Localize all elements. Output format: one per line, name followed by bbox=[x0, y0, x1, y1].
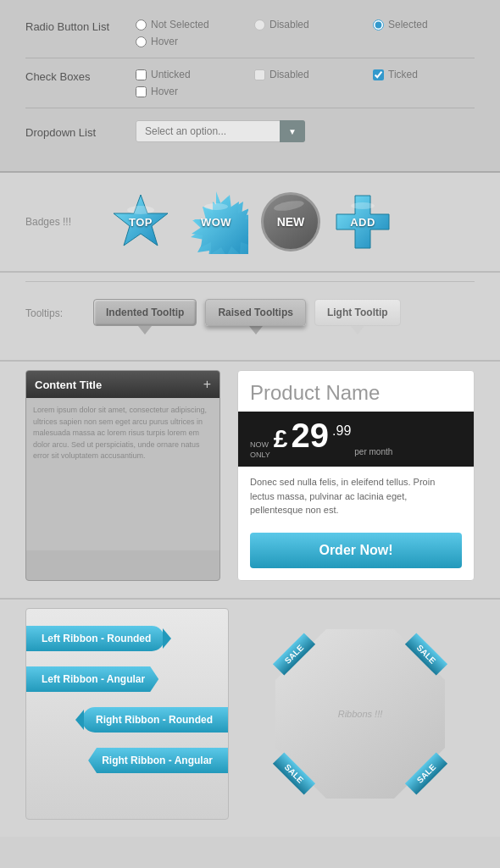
radio-disabled-label: Disabled bbox=[269, 19, 309, 30]
radio-label: Radio Button List bbox=[25, 19, 136, 33]
content-card-body: Lorem ipsum dolor sit amet, consectetur … bbox=[26, 398, 219, 550]
radio-disabled-input bbox=[254, 19, 265, 30]
checkbox-hover[interactable]: Hover bbox=[136, 86, 237, 97]
ribbon-list-panel: Left Ribbon - Rounded Left Ribbon - Angu… bbox=[25, 608, 229, 820]
badge-wow[interactable]: WOW bbox=[184, 190, 248, 254]
checkbox-row: Check Boxes Unticked Disabled Ticked Hov… bbox=[25, 58, 475, 108]
checkbox-hover-label: Hover bbox=[151, 86, 178, 97]
dropdown-wrapper[interactable]: Select an option... ▼ bbox=[136, 120, 305, 142]
ribbon-left-rounded[interactable]: Left Ribbon - Rounded bbox=[26, 626, 164, 651]
price-now-only-text: NOW ONLY bbox=[250, 440, 270, 460]
badge-top[interactable]: TOP bbox=[110, 191, 171, 252]
product-description: Donec sed nulla felis, in eleifend tellu… bbox=[238, 467, 474, 526]
tooltip-raised-box[interactable]: Raised Tooltips bbox=[205, 299, 305, 326]
badge-wow-text: WOW bbox=[184, 190, 248, 254]
radio-not-selected-input[interactable] bbox=[136, 19, 147, 30]
ribbon-badge-panel: Ribbons !!! SALE SALE SALE SALE bbox=[246, 608, 475, 820]
checkbox-controls: Unticked Disabled Ticked Hover bbox=[136, 69, 475, 97]
octagon-text: Ribbons !!! bbox=[338, 709, 383, 719]
tooltip-light-wrap: Light Tooltip bbox=[314, 299, 401, 334]
badge-add-text: ADD bbox=[333, 192, 392, 252]
product-card: Product Name NOW ONLY £ 29 .99 per month… bbox=[237, 370, 475, 581]
tooltip-indented-wrap: Indented Tooltip bbox=[93, 299, 197, 334]
tooltip-indented-box[interactable]: Indented Tooltip bbox=[93, 299, 197, 326]
badge-top-text: TOP bbox=[110, 191, 171, 252]
dropdown-label: Dropdown List bbox=[25, 124, 136, 139]
radio-not-selected-label: Not Selected bbox=[151, 19, 209, 30]
radio-selected-label: Selected bbox=[388, 19, 428, 30]
radio-hover[interactable]: Hover bbox=[136, 36, 237, 47]
price-cents: .99 bbox=[332, 423, 351, 439]
price-amount: 29 bbox=[292, 418, 330, 452]
cards-section: Content Title + Lorem ipsum dolor sit am… bbox=[0, 362, 500, 600]
ribbons-section: Left Ribbon - Rounded Left Ribbon - Angu… bbox=[0, 600, 500, 837]
tooltip-indented-arrow bbox=[138, 326, 152, 334]
tooltips-section: Tooltips: Indented Tooltip Raised Toolti… bbox=[0, 273, 500, 362]
checkbox-label: Check Boxes bbox=[25, 69, 136, 83]
radio-selected-input[interactable] bbox=[373, 19, 384, 30]
badges-section: Badges !!! TOP bbox=[0, 173, 500, 273]
price-now-only-label: NOW ONLY bbox=[250, 440, 270, 460]
radio-not-selected[interactable]: Not Selected bbox=[136, 19, 237, 30]
checkbox-ticked-input[interactable] bbox=[373, 69, 384, 80]
badge-add[interactable]: ADD bbox=[333, 192, 392, 252]
radio-button-row: Radio Button List Not Selected Disabled … bbox=[25, 8, 475, 58]
badge-new-text: NEW bbox=[277, 215, 305, 229]
checkbox-disabled-label: Disabled bbox=[269, 69, 309, 80]
ribbon-left-rounded-item: Left Ribbon - Rounded bbox=[26, 626, 228, 651]
order-now-button[interactable]: Order Now! bbox=[250, 533, 462, 568]
ribbon-right-rounded[interactable]: Right Ribbon - Rounded bbox=[82, 707, 228, 733]
radio-hover-label: Hover bbox=[151, 36, 178, 47]
badges-label: Badges !!! bbox=[25, 216, 93, 228]
checkbox-unticked-label: Unticked bbox=[151, 69, 191, 80]
checkbox-ticked-label: Ticked bbox=[388, 69, 418, 80]
tooltips-label: Tooltips: bbox=[25, 307, 85, 319]
radio-controls: Not Selected Disabled Selected Hover bbox=[136, 19, 475, 47]
price-currency: £ bbox=[274, 424, 288, 453]
badge-new[interactable]: NEW bbox=[261, 192, 320, 252]
form-controls-section: Radio Button List Not Selected Disabled … bbox=[0, 0, 500, 173]
tooltip-light-arrow bbox=[351, 326, 364, 334]
content-card-title: Content Title bbox=[35, 379, 102, 391]
radio-selected[interactable]: Selected bbox=[373, 19, 475, 30]
ribbon-left-angular[interactable]: Left Ribbon - Angular bbox=[26, 666, 158, 692]
content-card-plus-button[interactable]: + bbox=[203, 377, 211, 392]
ribbon-right-rounded-item: Right Ribbon - Rounded bbox=[26, 707, 228, 733]
ribbon-left-angular-item: Left Ribbon - Angular bbox=[26, 666, 228, 692]
tooltip-raised-arrow bbox=[249, 326, 263, 334]
octagon-wrapper: Ribbons !!! SALE SALE SALE SALE bbox=[275, 629, 445, 799]
ribbon-right-angular-item: Right Ribbon - Angular bbox=[26, 748, 228, 773]
radio-hover-input[interactable] bbox=[136, 36, 147, 47]
badges-row: Badges !!! TOP bbox=[25, 190, 475, 254]
badges-items: TOP bbox=[110, 190, 392, 254]
checkbox-unticked[interactable]: Unticked bbox=[136, 69, 237, 80]
dropdown-row: Dropdown List Select an option... ▼ bbox=[25, 108, 475, 154]
product-name: Product Name bbox=[238, 371, 474, 412]
checkbox-ticked[interactable]: Ticked bbox=[373, 69, 475, 80]
price-period: per month bbox=[354, 447, 392, 456]
dropdown-select[interactable]: Select an option... bbox=[136, 120, 305, 142]
content-card-header: Content Title + bbox=[26, 371, 219, 398]
checkbox-unticked-input[interactable] bbox=[136, 69, 147, 80]
checkbox-disabled: Disabled bbox=[254, 69, 356, 80]
tooltips-row: Tooltips: Indented Tooltip Raised Toolti… bbox=[25, 299, 475, 334]
ribbon-right-angular[interactable]: Right Ribbon - Angular bbox=[88, 748, 228, 773]
badge-new-shine bbox=[273, 199, 304, 213]
tooltip-light-box[interactable]: Light Tooltip bbox=[314, 299, 401, 326]
radio-disabled[interactable]: Disabled bbox=[254, 19, 356, 30]
tooltip-raised-wrap: Raised Tooltips bbox=[205, 299, 305, 334]
product-price-bar: NOW ONLY £ 29 .99 per month bbox=[238, 412, 474, 467]
checkbox-hover-input[interactable] bbox=[136, 86, 147, 97]
content-card: Content Title + Lorem ipsum dolor sit am… bbox=[25, 370, 220, 581]
checkbox-disabled-input bbox=[254, 69, 265, 80]
tooltips-divider bbox=[25, 281, 475, 282]
